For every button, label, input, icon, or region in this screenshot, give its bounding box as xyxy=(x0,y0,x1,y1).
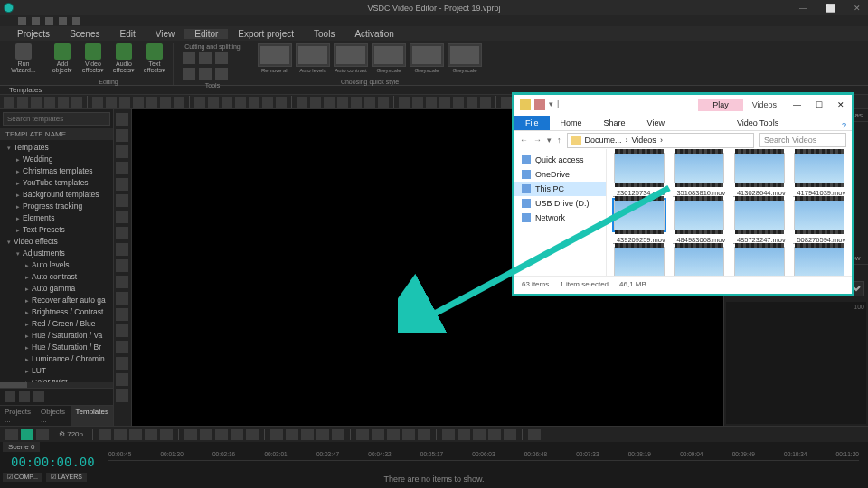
vtool-icon[interactable] xyxy=(116,357,128,370)
action-icon[interactable] xyxy=(19,391,30,402)
vtool-icon[interactable] xyxy=(116,389,128,402)
menu-tools[interactable]: Tools xyxy=(304,29,344,39)
style-preset[interactable]: Greyscale xyxy=(448,43,482,73)
menu-editor[interactable]: Editor xyxy=(184,29,228,39)
tree-node[interactable]: Hue / Saturation / Va xyxy=(0,330,113,342)
toolbar-icon[interactable] xyxy=(106,97,117,108)
toolbar-icon[interactable] xyxy=(378,97,389,108)
run-wizard-button[interactable]: Run Wizard... xyxy=(11,43,36,73)
nav-usb-drive-d-[interactable]: USB Drive (D:) xyxy=(514,196,606,211)
ribbon-button[interactable]: Text effects▾ xyxy=(142,43,167,73)
nav-network[interactable]: Network xyxy=(514,211,606,225)
scene-tab[interactable]: Scene 0 xyxy=(3,442,40,452)
tree-node[interactable]: YouTube templates xyxy=(0,177,113,189)
menu-activation[interactable]: Activation xyxy=(344,29,403,39)
toolbar-icon[interactable] xyxy=(249,97,259,108)
record-button[interactable] xyxy=(5,429,18,440)
file-item[interactable]: _439209259.mov xyxy=(610,200,668,244)
playback-control[interactable] xyxy=(99,429,111,440)
playback-control[interactable] xyxy=(316,429,329,440)
templates-tab[interactable]: Templates xyxy=(4,86,47,94)
qa-icon[interactable] xyxy=(45,17,53,25)
vtool-icon[interactable] xyxy=(116,341,128,353)
vtool-icon[interactable] xyxy=(116,308,128,321)
timeline-ruler[interactable]: 00:00:4500:01:3000:02:1600:03:0100:03:47… xyxy=(108,451,859,461)
vtool-icon[interactable] xyxy=(116,276,128,288)
playback-control[interactable] xyxy=(270,429,283,440)
playback-control[interactable] xyxy=(488,429,501,440)
vtool-icon[interactable] xyxy=(116,324,128,337)
tree-node[interactable]: Hue / Saturation / Br xyxy=(0,342,113,353)
playback-control[interactable] xyxy=(504,429,516,440)
playback-control[interactable] xyxy=(442,429,455,440)
toolbar-icon[interactable] xyxy=(92,97,103,108)
playback-control[interactable] xyxy=(129,429,142,440)
tree-node[interactable]: Christmas templates xyxy=(0,165,113,177)
search-box[interactable]: Search Videos xyxy=(760,133,846,147)
cutting-label[interactable]: Cutting and splitting xyxy=(184,43,240,50)
share-tab[interactable]: Share xyxy=(593,116,637,130)
tool-icon[interactable] xyxy=(183,68,195,80)
address-bar[interactable]: Docume...› Videos› xyxy=(567,133,755,148)
menu-edit[interactable]: Edit xyxy=(109,29,145,39)
playback-control[interactable] xyxy=(473,429,486,440)
sidebar-tab[interactable]: Templates xyxy=(71,406,113,426)
track-tab[interactable]: ☑ COMP... xyxy=(3,473,42,482)
tool-icon[interactable] xyxy=(199,68,212,80)
style-preset[interactable]: Greyscale xyxy=(372,43,406,73)
ribbon-button[interactable]: Audio effects▾ xyxy=(111,43,137,73)
tree-node[interactable]: Progress tracking xyxy=(0,201,113,212)
playback-control[interactable] xyxy=(356,429,369,440)
file-item[interactable]: _570748149.mov xyxy=(731,247,788,276)
toolbar-icon[interactable] xyxy=(324,97,335,108)
playback-control[interactable] xyxy=(402,429,415,440)
vtool-icon[interactable] xyxy=(116,113,128,126)
file-item[interactable]: _508276594.mov xyxy=(791,200,849,244)
toolbar-icon[interactable] xyxy=(4,97,14,108)
file-item[interactable]: _351683816.mov xyxy=(671,153,729,197)
play-context-tab[interactable]: Play xyxy=(698,99,743,111)
toolbar-icon[interactable] xyxy=(351,97,362,108)
vtool-icon[interactable] xyxy=(116,162,128,174)
playback-control[interactable] xyxy=(332,429,344,440)
toolbar-icon[interactable] xyxy=(310,97,321,108)
vtool-icon[interactable] xyxy=(116,178,128,191)
ribbon-button[interactable]: Add object▾ xyxy=(50,43,75,73)
vtool-icon[interactable] xyxy=(116,373,128,386)
style-preset[interactable]: Auto contrast xyxy=(334,43,368,73)
up-button[interactable]: ↑ xyxy=(557,136,561,145)
playback-control[interactable] xyxy=(160,429,173,440)
recent-button[interactable]: ▾ xyxy=(547,136,552,145)
tree-node[interactable]: Background templates xyxy=(0,189,113,201)
video-tools-tab[interactable]: Video Tools xyxy=(730,116,786,130)
playback-control[interactable] xyxy=(387,429,400,440)
file-tab[interactable]: File xyxy=(514,116,550,130)
playback-control[interactable] xyxy=(200,429,212,440)
tool-icon[interactable] xyxy=(215,52,228,64)
file-item[interactable]: _413028644.mov xyxy=(731,153,788,197)
toolbar-icon[interactable] xyxy=(276,97,287,108)
tree-node[interactable]: Luminance / Chromin xyxy=(0,353,113,365)
tree-node[interactable]: Auto gamma xyxy=(0,283,113,295)
tool-icon[interactable] xyxy=(215,68,228,80)
vtool-icon[interactable] xyxy=(116,292,128,305)
style-preset[interactable]: Auto levels xyxy=(296,43,330,73)
vtool-icon[interactable] xyxy=(116,227,128,239)
toolbar-icon[interactable] xyxy=(439,97,450,108)
vtool-icon[interactable] xyxy=(116,194,128,207)
sidebar-tab[interactable]: Objects ... xyxy=(36,406,71,426)
menu-projects[interactable]: Projects xyxy=(7,29,60,39)
tree-node[interactable]: Red / Green / Blue xyxy=(0,318,113,330)
back-button[interactable]: ← xyxy=(520,136,528,145)
vtool-icon[interactable] xyxy=(116,145,128,158)
stop-button[interactable] xyxy=(36,429,49,440)
playback-control[interactable] xyxy=(458,429,470,440)
view-tab[interactable]: View xyxy=(637,116,675,130)
home-tab[interactable]: Home xyxy=(550,116,593,130)
qa-icon[interactable] xyxy=(18,17,26,25)
toolbar-icon[interactable] xyxy=(337,97,348,108)
track-tab[interactable]: ☑ LAYERS xyxy=(46,473,87,482)
play-button[interactable] xyxy=(21,429,33,440)
toolbar-icon[interactable] xyxy=(58,97,69,108)
minimize-button[interactable]: — xyxy=(794,4,813,13)
